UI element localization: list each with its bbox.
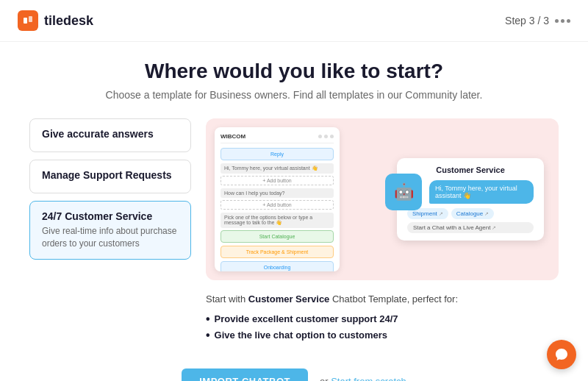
step-indicator: Step 3 / 3 (505, 15, 570, 26)
logo-icon (18, 10, 38, 31)
svg-rect-1 (29, 16, 32, 22)
template-title-0: Give accurate answers (42, 128, 179, 140)
logo: tiledesk (18, 10, 93, 31)
cs-robot-icon: 🤖 (385, 174, 422, 210)
step-text: Step 3 / 3 (505, 15, 549, 26)
desc-prefix: Start with (206, 293, 248, 305)
desc-text: Start with Customer Service Chatbot Temp… (206, 292, 559, 307)
flow-node-reply: Reply (220, 148, 334, 160)
preview-container: WIBCOM Reply Hi, Tommy here, your virtua… (206, 118, 559, 280)
flow-controls (318, 135, 334, 138)
scratch-link-container: or Start from scratch (320, 376, 406, 382)
flow-dot-3 (330, 135, 334, 138)
content-area: Give accurate answers Manage Support Req… (29, 118, 559, 346)
description-area: Start with Customer Service Chatbot Temp… (206, 289, 559, 346)
footer: IMPORT CHATBOT or Start from scratch (0, 358, 588, 382)
flow-message-1: How can I help you today? (220, 188, 334, 198)
flow-bubble-1: Hi, Tommy here, your virtual assistant 👋 (220, 163, 334, 174)
import-chatbot-button[interactable]: IMPORT CHATBOT (182, 368, 308, 382)
dot-1 (555, 19, 559, 23)
cs-chat-bubble: Hi, Tommy here, your virtual assistant 👋 (429, 180, 534, 204)
template-item-give-accurate[interactable]: Give accurate answers (29, 118, 191, 152)
chat-icon (554, 347, 569, 362)
cs-chip-live-agent: Start a Chat with a Live Agent ↗ (407, 222, 534, 233)
chatbot-flow-mockup: WIBCOM Reply Hi, Tommy here, your virtua… (215, 127, 340, 271)
flow-dot-2 (324, 135, 328, 138)
right-panel: WIBCOM Reply Hi, Tommy here, your virtua… (206, 118, 559, 346)
flow-header: WIBCOM (220, 133, 334, 143)
cs-chip-catalogue: Catalogue ↗ (451, 208, 494, 219)
logo-text: tiledesk (44, 13, 93, 29)
desc-bullet-2: Give the live chat option to customers (206, 327, 559, 343)
flow-node-1: Start Catalogue (220, 230, 334, 243)
header: tiledesk Step 3 / 3 (0, 0, 588, 42)
cs-badge: Customer Service (407, 165, 534, 174)
template-title-2: 24/7 Customer Service (42, 210, 179, 222)
or-text: or (320, 376, 329, 382)
page-title: Where would you like to start? (29, 60, 559, 83)
cs-visual: Customer Service 🤖 Hi, Tommy here, your … (348, 127, 550, 271)
page-subtitle: Choose a template for Business owners. F… (29, 89, 559, 101)
desc-bold: Customer Service (248, 293, 330, 305)
svg-rect-0 (24, 18, 27, 24)
flow-node-2: Track Package & Shipment (220, 246, 334, 258)
template-item-manage-support[interactable]: Manage Support Requests (29, 160, 191, 193)
template-list: Give accurate answers Manage Support Req… (29, 118, 191, 346)
flow-node-3: Onboarding (220, 261, 334, 271)
flow-add-btn-1[interactable]: + Add button (220, 176, 334, 185)
template-desc-2: Give real-time info about purchase order… (42, 225, 179, 250)
dot-2 (561, 19, 564, 23)
desc-suffix: Chatbot Template, perfect for: (329, 293, 458, 305)
desc-list: Provide excellent customer support 24/7 … (206, 311, 559, 343)
template-title-1: Manage Support Requests (42, 169, 179, 181)
desc-bullet-1: Provide excellent customer support 24/7 (206, 311, 559, 327)
dot-3 (567, 19, 570, 23)
template-item-customer-service[interactable]: 24/7 Customer Service Give real-time inf… (29, 201, 191, 260)
flow-title: WIBCOM (220, 133, 245, 140)
help-button[interactable] (547, 340, 576, 369)
step-dots (555, 19, 570, 23)
main-content: Where would you like to start? Choose a … (0, 42, 588, 358)
cs-chip-row: Shipment ↗ Catalogue ↗ (407, 208, 534, 219)
start-from-scratch-link[interactable]: Start from scratch (331, 376, 406, 382)
cs-card: Customer Service 🤖 Hi, Tommy here, your … (397, 158, 544, 241)
flow-add-btn-2[interactable]: + Add button (220, 200, 334, 210)
flow-message-2: Pick one of the options below or type a … (220, 213, 334, 228)
flow-dot-1 (318, 135, 322, 138)
